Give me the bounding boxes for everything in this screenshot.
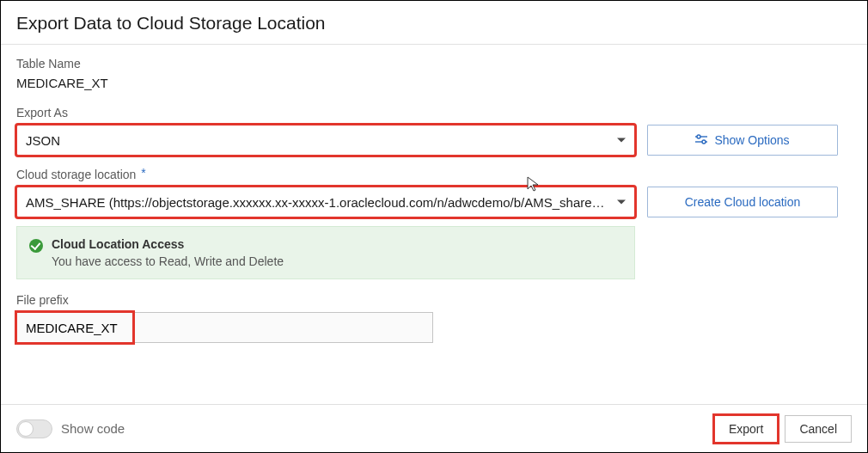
svg-point-2 <box>697 135 700 138</box>
show-code-toggle[interactable] <box>16 419 52 438</box>
create-cloud-location-label: Create Cloud location <box>685 195 801 209</box>
table-name-value: MEDICARE_XT <box>16 76 852 90</box>
status-text: You have access to Read, Write and Delet… <box>52 254 284 268</box>
caret-down-icon <box>617 138 626 143</box>
required-asterisk: * <box>141 166 145 180</box>
export-button[interactable]: Export <box>714 415 778 443</box>
create-cloud-location-button[interactable]: Create Cloud location <box>647 187 838 217</box>
sliders-icon <box>695 133 707 148</box>
svg-point-3 <box>702 140 706 144</box>
dialog-title: Export Data to Cloud Storage Location <box>1 1 867 45</box>
file-prefix-label: File prefix <box>16 293 852 307</box>
cloud-location-select[interactable]: AMS_SHARE (https://objectstorage.xxxxxx.… <box>16 187 635 217</box>
show-options-button[interactable]: Show Options <box>647 125 838 156</box>
toggle-knob <box>18 421 34 437</box>
caret-down-icon <box>617 200 626 205</box>
table-name-label: Table Name <box>16 57 852 70</box>
status-banner: Cloud Location Access You have access to… <box>16 226 635 279</box>
cloud-location-value: AMS_SHARE (https://objectstorage.xxxxxx.… <box>26 195 608 210</box>
check-circle-icon <box>29 239 43 253</box>
status-title: Cloud Location Access <box>52 237 284 251</box>
file-prefix-input[interactable] <box>16 312 433 343</box>
export-as-value: JSON <box>26 133 60 148</box>
cursor-icon <box>527 176 541 194</box>
show-code-label: Show code <box>61 421 125 436</box>
export-as-label: Export As <box>16 106 635 119</box>
show-options-label: Show Options <box>714 133 789 147</box>
cloud-location-label: Cloud storage location* <box>16 168 635 181</box>
export-as-select[interactable]: JSON <box>16 125 635 156</box>
cancel-button[interactable]: Cancel <box>785 415 852 443</box>
